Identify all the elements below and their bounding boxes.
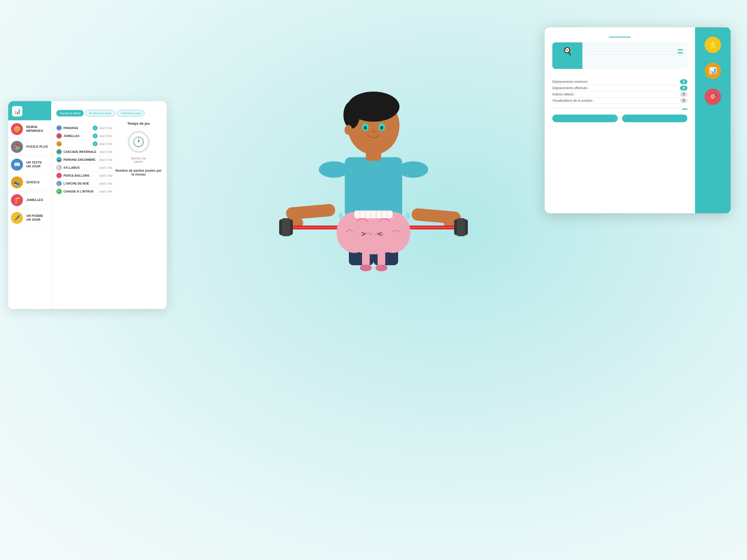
sidebar-mon-resultat[interactable]: ⭐: [698, 33, 728, 59]
stats-sidebar-top: 📊: [8, 101, 51, 120]
sidebar-item-puzzle[interactable]: 📚 PUZZLE PLUS: [8, 138, 51, 156]
fav-item-arche: ⛵ L'ARCHE DE NOÉ Joué 1 fois: [56, 180, 112, 187]
sidebar-icon-poeme: 🖊️: [11, 212, 23, 224]
note-icon: 🍳: [563, 47, 572, 56]
fav-name-perce: PERCE-BALLONS: [63, 174, 98, 177]
fav-icon-mamie: 🍳: [56, 141, 62, 147]
fav-played-parking: Joué 2 fois: [99, 158, 112, 161]
fav-item-jumelles: 🎮 JUMELLES 2 Joué 3 fois: [56, 132, 112, 140]
fav-played-arche: Joué 1 fois: [99, 182, 112, 185]
fav-badge-panurge: 1: [93, 126, 98, 130]
stats-panel: 📊 🤐 REMUEMÉNINGES 📚 PUZZLE PLUS 📖 UN TEX…: [8, 101, 167, 309]
sidebar-fonctions[interactable]: 🎯: [698, 85, 728, 110]
sidebar-mes-scores[interactable]: 📊: [698, 59, 728, 85]
fonctions-icon: 🎯: [705, 88, 721, 105]
sidebar-item-texte[interactable]: 📖 UN TEXTEUN JOUR: [8, 156, 51, 174]
detail-label-deplacements-min: Déplacements minimum :: [552, 79, 667, 85]
fav-item-cascade: 🎮 CASCADE INFERNALE Joué 2 fois: [56, 148, 112, 156]
fav-played-mamie: Joué 2 fois: [99, 143, 112, 146]
temps-row: [552, 107, 687, 111]
detail-row-deplacements-min: Déplacements minimum : 8: [552, 79, 687, 85]
detail-value-visualisations: 0: [680, 98, 687, 103]
score-row: [587, 48, 683, 51]
result-note-left: 🍳: [552, 42, 583, 69]
fav-icon-parking: 🚗: [56, 157, 62, 162]
fav-played-cascade: Joué 2 fois: [99, 150, 112, 153]
sidebar-icon-quizzle: 👟: [11, 176, 23, 188]
fav-games-list: 🎮 PANURGE 1 Joué 3 fois 🎮 JUMELLES 2 Jou…: [56, 124, 112, 196]
fav-name-syllabus: SYLLABUS: [63, 166, 98, 169]
temps-jeu-title: Temps de jeu: [115, 121, 162, 126]
fav-played-syllabus: Joué 1 fois: [99, 166, 112, 169]
fav-name-jumelles: JUMELLES: [63, 134, 91, 137]
quitter-button[interactable]: [622, 114, 687, 122]
result-main-content: 🍳 Déplacements minimum : 8: [545, 27, 695, 213]
detail-row-visualisations: Visualisations de la solution : 0: [552, 98, 687, 104]
nombre-parties-label: Nombre departies: [131, 157, 146, 163]
result-divider: [609, 36, 631, 37]
sidebar-label-quizzle: QUIZZLE: [26, 180, 40, 184]
fav-played-perce: Joué 1 fois: [99, 174, 112, 177]
fav-item-syllabus: 📝 SYLLABUS Joué 1 fois: [56, 164, 112, 172]
jeux-favoris-section: 🎮 PANURGE 1 Joué 3 fois 🎮 JUMELLES 2 Jou…: [56, 121, 112, 196]
filter-30-jours[interactable]: 30 derniers jours: [85, 110, 115, 117]
sidebar-item-quizzle[interactable]: 👟 QUIZZLE: [8, 174, 51, 192]
detail-row-deplacements-eff: Déplacements effectués : 8: [552, 85, 687, 91]
result-note-right: [583, 42, 687, 69]
fav-badge-jumelles: 2: [93, 133, 98, 138]
fav-item-chasse: 🔍 CHASSE À L'INTRUS Joué 1 fois: [56, 187, 112, 196]
sidebar-item-jumelles[interactable]: 🦵 JUMELLES: [8, 192, 51, 209]
detail-value-deplacements-min: 8: [680, 79, 687, 84]
sidebar-label-remue: REMUEMÉNINGES: [26, 125, 43, 133]
detail-value-indices: 0: [680, 92, 687, 97]
fav-name-chasse: CHASSE À L'INTRUS: [63, 190, 98, 193]
sidebar-icon-jumelles: 🦵: [11, 194, 23, 206]
detail-label-indices: Indices utilisés :: [552, 91, 667, 98]
time-panel: 🕐 Nombre departies: [115, 128, 162, 163]
fav-icon-panurge: 🎮: [56, 125, 62, 131]
fav-icon-jumelles: 🎮: [56, 133, 62, 138]
fav-name-cascade: CASCADE INFERNALE: [63, 150, 98, 153]
star-icon: ⭐: [705, 36, 721, 53]
temps-jeu-section: Temps de jeu 🕐 Nombre departies Nombre d…: [115, 121, 162, 196]
temps-value: [682, 108, 687, 110]
stats-filters: Depuis le début 30 derniers jours 7 dern…: [56, 110, 162, 117]
clock-icon: 🕐: [128, 131, 150, 153]
sidebar-label-puzzle: PUZZLE PLUS: [26, 145, 48, 149]
sidebar-label-poeme: UN POÈMEUN JOUR: [26, 214, 43, 222]
result-panel: 🍳 Déplacements minimum : 8: [545, 27, 730, 213]
fav-icon-perce: 🎈: [56, 173, 62, 178]
result-sidebar: ⭐ 📊 🎯: [695, 27, 730, 213]
meilleur-score-row: [587, 51, 683, 54]
sidebar-icon-puzzle: 📚: [11, 141, 23, 153]
rejouer-button[interactable]: [552, 114, 618, 122]
sidebar-label-texte: UN TEXTEUN JOUR: [26, 161, 42, 169]
result-note-row: 🍳: [552, 42, 687, 69]
detail-label-deplacements-eff: Déplacements effectués :: [552, 85, 667, 91]
sidebar-label-jumelles: JUMELLES: [26, 198, 43, 202]
stats-sidebar: 📊 🤐 REMUEMÉNINGES 📚 PUZZLE PLUS 📖 UN TEX…: [8, 101, 51, 309]
fav-played-panurge: Joué 3 fois: [99, 127, 112, 130]
stats-main-content: Depuis le début 30 derniers jours 7 dern…: [51, 101, 167, 309]
scores-icon: 📊: [705, 62, 721, 79]
fav-icon-arche: ⛵: [56, 181, 62, 186]
fav-icon-syllabus: 📝: [56, 165, 62, 170]
result-buttons: [552, 114, 687, 122]
sidebar-item-remue[interactable]: 🤐 REMUEMÉNINGES: [8, 120, 51, 138]
detail-label-visualisations: Visualisations de la solution :: [552, 98, 667, 104]
filter-7-jours[interactable]: 7 derniers jours: [117, 110, 145, 117]
nombre-parties-title: Nombre de parties jouées parle niveau: [115, 169, 162, 176]
fav-item-parking: 🚗 PARKING ENCOMBRÉ Joué 2 fois: [56, 156, 112, 164]
sidebar-icon-texte: 📖: [11, 159, 23, 171]
fav-name-arche: L'ARCHE DE NOÉ: [63, 182, 98, 185]
stats-icon: 📊: [12, 106, 22, 117]
fav-name-panurge: PANURGE: [63, 126, 91, 130]
sidebar-item-poeme[interactable]: 🖊️ UN POÈMEUN JOUR: [8, 209, 51, 227]
detail-value-deplacements-eff: 8: [680, 85, 687, 91]
fav-icon-cascade: 🎮: [56, 149, 62, 154]
filter-depuis-debut[interactable]: Depuis le début: [56, 110, 84, 117]
fav-item-panurge: 🎮 PANURGE 1 Joué 3 fois: [56, 124, 112, 132]
fav-item-perce: 🎈 PERCE-BALLONS Joué 1 fois: [56, 172, 112, 180]
bottom-chart-section: Nombre de parties jouées parle niveau: [115, 169, 162, 176]
stats-columns: 🎮 PANURGE 1 Joué 3 fois 🎮 JUMELLES 2 Jou…: [56, 121, 162, 196]
